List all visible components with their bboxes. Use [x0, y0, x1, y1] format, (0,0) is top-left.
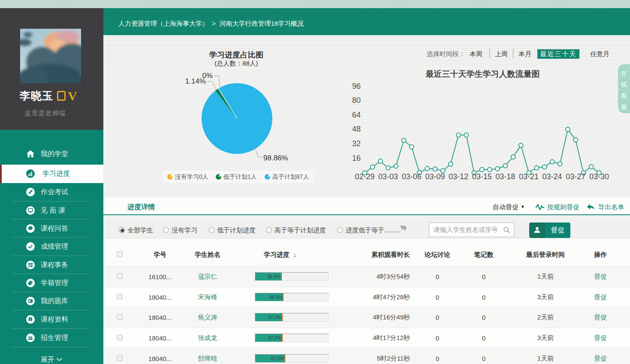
svg-text:32: 32 — [352, 139, 361, 148]
svg-text:03-21: 03-21 — [519, 172, 539, 181]
svg-text:1.14%: 1.14% — [185, 77, 206, 85]
svg-text:64: 64 — [352, 111, 361, 119]
svg-text:03-03: 03-03 — [378, 172, 398, 181]
svg-text:03-27: 03-27 — [566, 172, 585, 181]
svg-text:03-06: 03-06 — [402, 172, 422, 181]
svg-text:03-18: 03-18 — [495, 172, 515, 181]
svg-text:03-15: 03-15 — [472, 172, 492, 181]
svg-text:80: 80 — [352, 96, 361, 105]
svg-text:03-12: 03-12 — [449, 172, 468, 181]
svg-text:03-09: 03-09 — [425, 172, 445, 181]
svg-text:98.86%: 98.86% — [263, 154, 288, 162]
svg-text:02-29: 02-29 — [355, 172, 374, 181]
svg-text:16: 16 — [352, 154, 361, 162]
svg-text:03-30: 03-30 — [589, 172, 609, 181]
svg-text:48: 48 — [352, 125, 361, 133]
svg-text:96: 96 — [352, 82, 361, 90]
svg-text:03-24: 03-24 — [543, 172, 562, 181]
